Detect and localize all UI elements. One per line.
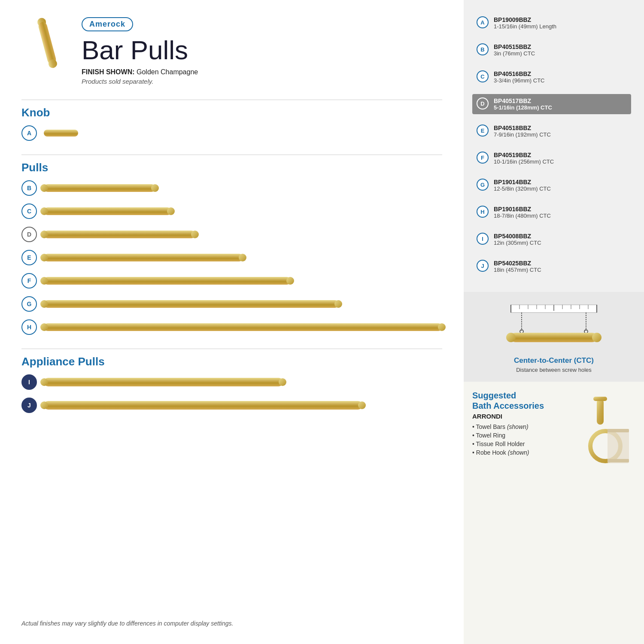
pull-label-E: E (21, 250, 37, 265)
bath-brand: ARRONDI (472, 413, 567, 420)
product-badge-E: E (477, 125, 489, 137)
product-item-D: DBP40517BBZ5-1/16in (128mm) CTC (472, 94, 631, 114)
appliance-label-J: J (21, 398, 37, 413)
pull-bar-B (44, 184, 155, 192)
pull-row-D: D (21, 227, 442, 242)
product-spec-J: 18in (457mm) CTC (494, 267, 627, 273)
sold-separately: Products sold separately. (82, 78, 442, 85)
product-item-A: ABP19009BBZ1-15/16in (49mm) Length (472, 13, 631, 33)
main-title: Bar Pulls (82, 36, 442, 65)
bath-title: SuggestedBath Accessories (472, 390, 567, 411)
pull-row-E: E (21, 250, 442, 265)
product-spec-B: 3in (76mm) CTC (494, 50, 627, 57)
product-spec-H: 18-7/8in (480mm) CTC (494, 213, 627, 219)
product-info-C: BP40516BBZ3-3/4in (96mm) CTC (494, 70, 627, 84)
appliance-container: IJ (21, 374, 442, 421)
pull-bar-container-B (44, 184, 442, 192)
bath-items: • Towel Bars (shown)• Towel Ring• Tissue… (472, 423, 567, 456)
appliance-bar-J (44, 401, 362, 410)
knob-section-title: Knob (21, 106, 442, 119)
bath-item-robe-hook: • Robe Hook (shown) (472, 449, 567, 456)
product-code-G: BP19014BBZ (494, 179, 627, 185)
product-spec-I: 12in (305mm) CTC (494, 240, 627, 246)
product-badge-J: J (477, 260, 489, 272)
product-item-C: CBP40516BBZ3-3/4in (96mm) CTC (472, 67, 631, 87)
pull-bar-container-F (44, 277, 442, 285)
product-code-B: BP40515BBZ (494, 43, 627, 50)
pull-row-B: B (21, 180, 442, 196)
pull-bar-container-H (44, 323, 442, 331)
knob-bar (44, 130, 78, 137)
appliance-bar-container-J (44, 401, 442, 410)
appliance-label-I: I (21, 374, 37, 390)
bath-accessory-svg (571, 390, 635, 476)
pull-label-C: C (21, 204, 37, 219)
ctc-subtitle: Distance between screw holes (516, 367, 592, 373)
product-items: ABP19009BBZ1-15/16in (49mm) LengthBBP405… (472, 13, 631, 276)
pulls-container: BCDEFGH (21, 180, 442, 343)
ctc-diagram (498, 301, 610, 352)
bath-item-suffix: (shown) (507, 423, 529, 430)
product-code-E: BP40518BBZ (494, 125, 627, 131)
product-spec-D: 5-1/16in (128mm) CTC (494, 104, 627, 111)
divider-3 (21, 349, 442, 349)
brand-name: Amerock (89, 20, 125, 29)
bath-item-towel-bars: • Towel Bars (shown) (472, 423, 567, 430)
pull-row-F: F (21, 273, 442, 289)
pull-label-F: F (21, 273, 37, 289)
product-badge-G: G (477, 179, 489, 191)
product-item-J: JBP54025BBZ18in (457mm) CTC (472, 256, 631, 276)
svg-rect-23 (593, 397, 607, 401)
svg-rect-19 (511, 333, 597, 342)
product-item-F: FBP40519BBZ10-1/16in (256mm) CTC (472, 148, 631, 168)
left-panel: Amerock Bar Pulls FINISH SHOWN: Golden C… (0, 0, 464, 644)
pull-bar-H (44, 323, 442, 331)
finish-label: FINISH SHOWN: (82, 68, 135, 76)
product-code-A: BP19009BBZ (494, 16, 627, 23)
knob-label-a: A (21, 125, 37, 141)
ctc-section: Center-to-Center (CTC) Distance between … (464, 292, 644, 382)
knob-bar-container (44, 130, 442, 137)
product-info-I: BP54008BBZ12in (305mm) CTC (494, 233, 627, 246)
product-item-E: EBP40518BBZ7-9/16in (192mm) CTC (472, 121, 631, 141)
svg-rect-25 (608, 429, 629, 463)
disclaimer: Actual finishes may vary slightly due to… (21, 620, 442, 627)
product-spec-E: 7-9/16in (192mm) CTC (494, 131, 627, 138)
product-badge-F: F (477, 152, 489, 164)
pull-label-H: H (21, 319, 37, 335)
finish-value: Golden Champagne (137, 68, 198, 76)
product-badge-C: C (477, 70, 489, 82)
bar-pull-image (21, 13, 73, 73)
pull-row-C: C (21, 204, 442, 219)
appliance-bar-I (44, 378, 283, 386)
brand-logo: Amerock (82, 17, 133, 31)
bath-item-suffix: (shown) (508, 449, 529, 456)
pull-label-D: D (21, 227, 37, 242)
appliance-row-J: J (21, 398, 442, 413)
product-badge-I: I (477, 233, 489, 245)
product-item-B: BBP40515BBZ3in (76mm) CTC (472, 40, 631, 60)
pull-row-H: H (21, 319, 442, 335)
pull-bar-container-D (44, 231, 442, 238)
bath-accessories: SuggestedBath Accessories ARRONDI • Towe… (464, 382, 644, 644)
bath-item-towel-ring: • Towel Ring (472, 432, 567, 439)
appliance-pulls-title: Appliance Pulls (21, 355, 442, 368)
product-info-F: BP40519BBZ10-1/16in (256mm) CTC (494, 152, 627, 165)
product-badge-B: B (477, 43, 489, 55)
right-panel: ABP19009BBZ1-15/16in (49mm) LengthBBP405… (464, 0, 644, 644)
pull-bar-D (44, 231, 195, 238)
bath-text: SuggestedBath Accessories ARRONDI • Towe… (472, 390, 567, 478)
bath-item-tissue-roll-holder: • Tissue Roll Holder (472, 440, 567, 447)
svg-rect-27 (608, 459, 629, 462)
product-spec-G: 12-5/8in (320mm) CTC (494, 185, 627, 192)
svg-point-21 (592, 333, 601, 342)
product-info-H: BP19016BBZ18-7/8in (480mm) CTC (494, 206, 627, 219)
pull-bar-C (44, 207, 171, 215)
product-item-G: GBP19014BBZ12-5/8in (320mm) CTC (472, 175, 631, 195)
pull-row-G: G (21, 296, 442, 312)
product-item-I: IBP54008BBZ12in (305mm) CTC (472, 229, 631, 249)
product-spec-A: 1-15/16in (49mm) Length (494, 23, 627, 30)
product-spec-C: 3-3/4in (96mm) CTC (494, 77, 627, 84)
product-badge-H: H (477, 206, 489, 218)
product-spec-F: 10-1/16in (256mm) CTC (494, 158, 627, 165)
